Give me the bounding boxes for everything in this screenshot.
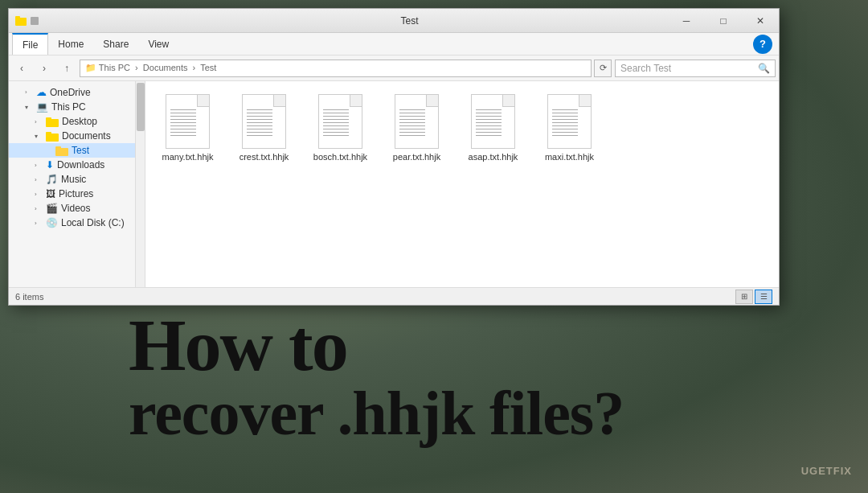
file-item-2[interactable]: bosch.txt.hhjk	[306, 89, 375, 166]
file-name-2: bosch.txt.hhjk	[313, 152, 367, 162]
sidebar-item-pictures[interactable]: › 🖼 Pictures	[9, 187, 145, 201]
sidebar-item-documents[interactable]: ▾ Documents	[9, 129, 145, 143]
svg-rect-6	[46, 132, 51, 135]
chevron-down-icon-docs: ▾	[35, 133, 43, 140]
sidebar-item-music[interactable]: › 🎵 Music	[9, 172, 145, 187]
file-name-5: maxi.txt.hhjk	[545, 152, 594, 162]
item-count: 6 items	[15, 292, 43, 302]
sidebar-item-localdisk[interactable]: › 💿 Local Disk (C:)	[9, 216, 145, 230]
svg-rect-2	[31, 17, 39, 25]
menu-bar: File Home Share View ?	[9, 33, 779, 55]
minimize-button[interactable]: ─	[668, 9, 705, 33]
search-bar[interactable]: Search Test 🔍	[615, 60, 776, 77]
file-lines	[476, 109, 502, 138]
watermark: UGETFIX	[801, 465, 852, 477]
sidebar-label-documents: Documents	[62, 130, 111, 142]
sidebar-scroll-thumb[interactable]	[137, 83, 145, 131]
back-button[interactable]: ‹	[12, 59, 31, 78]
sidebar-label-thispc: This PC	[51, 101, 86, 113]
svg-rect-4	[46, 117, 51, 121]
onedrive-icon: ☁	[36, 86, 47, 98]
menu-tab-share[interactable]: Share	[93, 33, 138, 55]
details-view-button[interactable]: ☰	[755, 290, 772, 304]
sidebar-item-test[interactable]: Test	[9, 143, 145, 158]
address-bar[interactable]: 📁 This PC › Documents › Test	[80, 60, 592, 77]
file-item-4[interactable]: asap.txt.hhjk	[459, 89, 527, 166]
refresh-button[interactable]: ⟳	[594, 60, 612, 77]
titlebar-folder-icon	[15, 15, 27, 27]
chevron-videos-icon: ›	[35, 205, 43, 212]
file-icon-5	[547, 94, 592, 149]
menu-tab-home[interactable]: Home	[48, 33, 93, 55]
sidebar-scrollbar[interactable]	[135, 81, 145, 287]
music-icon: 🎵	[46, 174, 58, 185]
menu-tab-file[interactable]: File	[12, 33, 48, 55]
file-item-5[interactable]: maxi.txt.hhjk	[535, 89, 604, 166]
close-button[interactable]: ✕	[742, 9, 779, 33]
file-item-1[interactable]: crest.txt.hhjk	[230, 89, 298, 166]
window-controls: ─ □ ✕	[668, 9, 779, 33]
svg-rect-1	[15, 16, 20, 19]
file-icon-3	[395, 94, 439, 149]
file-lines	[323, 109, 349, 138]
sidebar-label-downloads: Downloads	[57, 159, 104, 170]
sidebar-label-onedrive: OneDrive	[50, 87, 91, 98]
folder-icon-documents	[46, 131, 59, 142]
svg-rect-8	[55, 146, 61, 150]
folder-icon-test	[55, 146, 68, 156]
sidebar: › ☁ OneDrive ▾ 💻 This PC › Desktop	[9, 81, 145, 287]
forward-button[interactable]: ›	[35, 59, 54, 78]
window-title: Test	[47, 15, 772, 27]
chevron-disk-icon: ›	[35, 220, 43, 227]
file-name-3: pear.txt.hhjk	[393, 152, 440, 162]
folder-icon-desktop	[46, 117, 59, 127]
file-lines	[399, 109, 425, 138]
file-area: many.txt.hhjk crest.txt.hhjk	[145, 81, 779, 287]
explorer-window: Test ─ □ ✕ File Home Share View ? ‹ › ↑ …	[8, 8, 780, 306]
file-item-3[interactable]: pear.txt.hhjk	[383, 89, 451, 166]
chevron-pictures-icon: ›	[35, 191, 43, 198]
maximize-button[interactable]: □	[705, 9, 742, 33]
chevron-downloads-icon: ›	[35, 162, 43, 169]
sidebar-label-music: Music	[61, 174, 86, 185]
sidebar-item-thispc[interactable]: ▾ 💻 This PC	[9, 100, 145, 114]
sidebar-item-downloads[interactable]: › ⬇ Downloads	[9, 158, 145, 172]
file-icon-0	[166, 94, 210, 149]
file-name-1: crest.txt.hhjk	[240, 152, 289, 162]
search-icon: 🔍	[758, 63, 770, 74]
sidebar-label-pictures: Pictures	[59, 188, 93, 199]
chevron-down-icon: ▾	[25, 104, 33, 111]
chevron-right-icon: ›	[35, 118, 43, 125]
titlebar-pin-icon	[29, 15, 40, 27]
downloads-icon: ⬇	[46, 159, 54, 170]
help-button[interactable]: ?	[753, 35, 772, 54]
overlay-text: How to recover .hhjk files?	[129, 308, 624, 445]
large-icons-view-button[interactable]: ⊞	[735, 290, 753, 304]
file-icon-1	[242, 94, 286, 149]
pc-icon: 💻	[36, 101, 48, 113]
path-display: 📁 This PC › Documents › Test	[85, 63, 216, 73]
sidebar-label-desktop: Desktop	[62, 116, 97, 127]
sidebar-item-videos[interactable]: › 🎬 Videos	[9, 201, 145, 216]
file-lines	[247, 109, 272, 138]
view-buttons: ⊞ ☰	[735, 290, 772, 304]
file-lines	[170, 109, 196, 138]
up-button[interactable]: ↑	[57, 59, 76, 78]
file-name-4: asap.txt.hhjk	[469, 152, 518, 162]
pictures-icon: 🖼	[46, 188, 55, 199]
sidebar-item-desktop[interactable]: › Desktop	[9, 114, 145, 129]
sidebar-label-test: Test	[72, 145, 89, 156]
chevron-music-icon: ›	[35, 176, 43, 183]
file-item-0[interactable]: many.txt.hhjk	[154, 89, 222, 166]
content-area: › ☁ OneDrive ▾ 💻 This PC › Desktop	[9, 81, 779, 287]
menu-tab-view[interactable]: View	[138, 33, 178, 55]
videos-icon: 🎬	[46, 203, 58, 214]
sidebar-item-onedrive[interactable]: › ☁ OneDrive	[9, 84, 145, 100]
status-bar: 6 items ⊞ ☰	[9, 287, 779, 305]
chevron-icon: ›	[25, 88, 33, 96]
file-name-0: many.txt.hhjk	[162, 152, 214, 162]
title-bar-icons	[15, 15, 40, 27]
file-icon-4	[471, 94, 515, 149]
file-lines	[552, 109, 578, 138]
title-bar: Test ─ □ ✕	[9, 9, 779, 33]
